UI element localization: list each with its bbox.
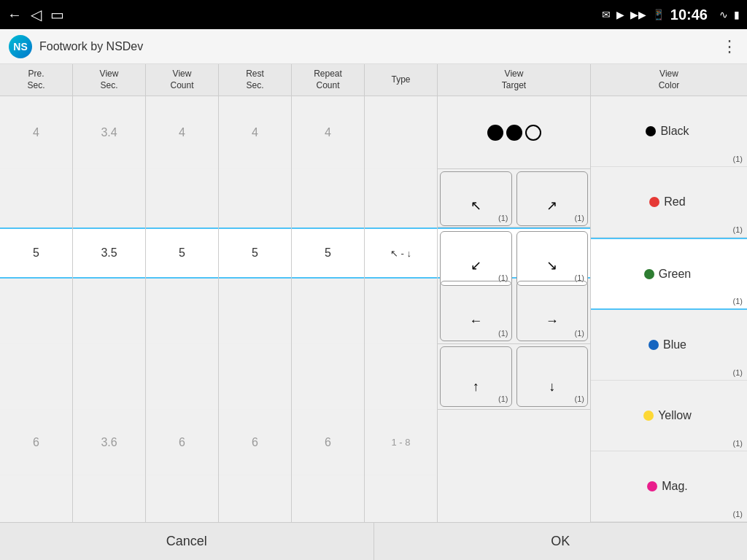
col-rest-sec: 4 5 6: [219, 96, 292, 522]
target-right[interactable]: → (1): [516, 281, 589, 341]
view-count-active[interactable]: 5: [146, 228, 218, 279]
pre-sec-row3: [0, 279, 72, 344]
dot-green: [644, 269, 654, 279]
forward-icon: ▶▶: [630, 9, 646, 20]
table-container: Pre.Sec. ViewSec. ViewCount RestSec. Rep…: [0, 64, 747, 522]
header-view-target: ViewTarget: [438, 64, 591, 96]
color-blue[interactable]: Blue (1): [591, 310, 747, 381]
nav-icons: ← ◁ ▭: [7, 6, 64, 23]
media-icon: ▶: [616, 9, 624, 20]
type-row5[interactable]: 1 - 8: [365, 410, 437, 475]
repeat-count-active[interactable]: 5: [292, 228, 364, 279]
color-count-black: (1): [733, 155, 743, 163]
pre-sec-row5[interactable]: 6: [0, 410, 72, 475]
color-label-red: Red: [664, 195, 685, 209]
clock: 10:46: [670, 7, 708, 23]
color-label-blue: Blue: [663, 338, 686, 351]
color-label-black: Black: [660, 125, 689, 138]
pre-sec-row1[interactable]: 4: [0, 96, 72, 169]
col-pre-sec: 4 5 6: [0, 96, 73, 522]
color-count-magenta: (1): [733, 510, 743, 518]
target-circles-row: [438, 96, 590, 169]
rest-sec-active[interactable]: 5: [219, 228, 291, 279]
col-view-color: Black (1) Red (1) Green (1): [591, 96, 747, 522]
pre-sec-active[interactable]: 5: [0, 228, 72, 279]
device-icon: 📱: [652, 9, 665, 20]
wifi-icon: ∿: [719, 9, 728, 20]
type-active[interactable]: ↖ - ↓: [365, 228, 437, 279]
ok-button[interactable]: OK: [374, 523, 748, 560]
col-view-target: ↖ (1) ↗ (1) ↙ (1) ↘ (1): [438, 96, 591, 522]
color-black[interactable]: Black (1): [591, 96, 747, 167]
status-bar: ← ◁ ▭ ✉ ▶ ▶▶ 📱 10:46 ∿ ▮: [0, 0, 747, 29]
dot-yellow: [643, 411, 654, 421]
type-row1[interactable]: [365, 96, 437, 169]
view-count-row1[interactable]: 4: [146, 96, 218, 169]
dot-magenta: [647, 481, 657, 491]
color-label-magenta: Mag.: [662, 480, 688, 493]
target-sub-row3: ← (1) → (1): [438, 279, 590, 344]
status-icons: ✉ ▶ ▶▶ 📱 10:46 ∿ ▮: [602, 7, 740, 23]
color-green[interactable]: Green (1): [591, 238, 747, 311]
view-sec-row5[interactable]: 3.6: [73, 410, 145, 475]
color-label-yellow: Yellow: [658, 409, 692, 422]
app-title: Footwork by NSDev: [39, 40, 143, 53]
circle-3: [525, 125, 541, 141]
target-left[interactable]: ← (1): [440, 281, 512, 341]
target-downleft[interactable]: ↙ (1): [440, 231, 512, 286]
header-repeat-count: RepeatCount: [292, 64, 365, 96]
color-label-green: Green: [659, 268, 691, 281]
target-sub-row1: ↖ (1) ↗ (1): [438, 169, 590, 228]
header-rest-sec: RestSec.: [219, 64, 292, 96]
battery-icon: ▮: [734, 9, 740, 20]
view-sec-row1[interactable]: 3.4: [73, 96, 145, 169]
color-count-green: (1): [733, 297, 743, 306]
view-count-row5[interactable]: 6: [146, 410, 218, 475]
header-type: Type: [365, 64, 438, 96]
rest-sec-row1[interactable]: 4: [219, 96, 291, 169]
target-up[interactable]: ↑ (1): [440, 346, 512, 407]
dot-black: [646, 126, 656, 136]
color-count-yellow: (1): [733, 439, 743, 448]
back-icon[interactable]: ←: [7, 7, 22, 23]
target-sub-row4: ↑ (1) ↓ (1): [438, 344, 590, 410]
col-type: ↖ - ↓ 1 - 8: [365, 96, 438, 522]
target-upleft[interactable]: ↖ (1): [440, 171, 512, 226]
pre-sec-row4: [0, 344, 72, 410]
dot-red: [649, 197, 659, 207]
more-button[interactable]: ⋮: [721, 37, 738, 56]
color-yellow[interactable]: Yellow (1): [591, 381, 747, 451]
email-icon: ✉: [602, 9, 611, 20]
dot-blue: [649, 340, 659, 350]
repeat-count-row1[interactable]: 4: [292, 96, 364, 169]
header-view-color: ViewColor: [591, 64, 747, 96]
view-sec-active[interactable]: 3.5: [73, 228, 145, 279]
recents-icon[interactable]: ▭: [50, 6, 64, 23]
rest-sec-row5[interactable]: 6: [219, 410, 291, 475]
target-downright[interactable]: ↘ (1): [516, 231, 589, 286]
target-down[interactable]: ↓ (1): [516, 346, 589, 407]
circle-2: [506, 125, 522, 141]
target-upright[interactable]: ↗ (1): [516, 171, 589, 226]
table-header: Pre.Sec. ViewSec. ViewCount RestSec. Rep…: [0, 64, 747, 96]
repeat-count-row5[interactable]: 6: [292, 410, 364, 475]
main-content: Pre.Sec. ViewSec. ViewCount RestSec. Rep…: [0, 64, 747, 522]
col-repeat-count: 4 5 6: [292, 96, 365, 522]
target-circles: [487, 125, 541, 141]
color-count-red: (1): [733, 225, 743, 234]
table-body: 4 5 6 3.4 3.5 3.6 4 5: [0, 96, 747, 522]
col-view-count: 4 5 6: [146, 96, 219, 522]
header-pre-sec: Pre.Sec.: [0, 64, 73, 96]
color-red[interactable]: Red (1): [591, 167, 747, 238]
title-left: NS Footwork by NSDev: [9, 35, 143, 58]
app-icon: NS: [9, 35, 32, 58]
title-bar: NS Footwork by NSDev ⋮: [0, 29, 747, 64]
header-view-sec: ViewSec.: [73, 64, 146, 96]
pre-sec-row2: [0, 169, 72, 228]
col-view-sec: 3.4 3.5 3.6: [73, 96, 146, 522]
home-icon[interactable]: ◁: [31, 6, 42, 23]
header-view-count: ViewCount: [146, 64, 219, 96]
color-magenta[interactable]: Mag. (1): [591, 451, 747, 522]
color-count-blue: (1): [733, 368, 743, 377]
cancel-button[interactable]: Cancel: [0, 523, 374, 560]
